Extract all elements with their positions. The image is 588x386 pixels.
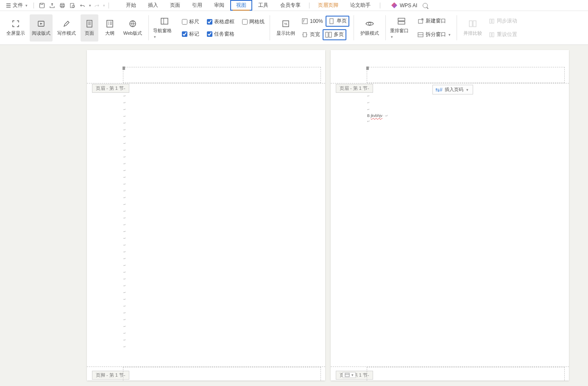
gridlines-checkbox[interactable]: 网格线 xyxy=(241,17,265,26)
svg-rect-18 xyxy=(326,32,328,37)
arrange-window-label: 重排窗口 ▾ xyxy=(390,28,413,39)
ribbon-group-eye: 护眼模式 xyxy=(354,11,385,44)
wps-ai-button[interactable]: WPS AI xyxy=(391,3,417,8)
footer-region[interactable] xyxy=(123,367,321,380)
svg-rect-16 xyxy=(330,19,333,24)
gridlines-label: 网格线 xyxy=(249,18,265,25)
svg-point-20 xyxy=(368,22,371,25)
ribbon-group-compare: 并排比较 同步滚动 重设位置 xyxy=(457,11,523,44)
svg-rect-0 xyxy=(40,3,45,8)
file-menu-label: 文件 xyxy=(13,2,23,9)
svg-marker-8 xyxy=(40,23,42,25)
separator xyxy=(380,3,380,8)
undo-button[interactable] xyxy=(78,1,87,10)
chevron-down-icon: ▾ xyxy=(391,35,393,39)
export-icon xyxy=(49,3,55,8)
menu-icon xyxy=(6,3,11,8)
insert-page-number-button[interactable]: ⇆# 插入页码 ▾ xyxy=(432,85,473,94)
page-view-button[interactable]: 页面 xyxy=(81,14,98,42)
chevron-down-icon: ▾ xyxy=(466,88,468,92)
side-by-side-button: 并排比较 xyxy=(461,14,484,42)
markup-label: 标记 xyxy=(189,31,199,38)
ruler-label: 标尺 xyxy=(189,18,199,25)
new-window-button[interactable]: 新建窗口 xyxy=(415,16,452,27)
preview-button[interactable] xyxy=(68,1,77,10)
eye-mode-button[interactable]: 护眼模式 xyxy=(358,14,381,42)
separator xyxy=(309,3,309,8)
tab-insert[interactable]: 插入 xyxy=(142,0,164,11)
outline-button[interactable]: 大纲 xyxy=(101,14,119,42)
page-number-icon: ⇆# xyxy=(435,87,443,93)
new-window-label: 新建窗口 xyxy=(426,17,446,25)
arrange-window-icon xyxy=(397,17,406,26)
page-width-button[interactable]: 页宽 xyxy=(300,29,322,40)
body-region-dim xyxy=(331,83,569,367)
zoom-100-button[interactable]: 100% xyxy=(300,16,325,27)
arrange-window-button[interactable]: 重排窗口 ▾ xyxy=(390,14,413,42)
tab-view[interactable]: 视图 xyxy=(230,0,252,11)
task-pane-checkbox[interactable]: 任务窗格 xyxy=(206,30,235,39)
svg-rect-28 xyxy=(492,19,494,23)
header-region[interactable] xyxy=(123,67,321,83)
footer-toolbar[interactable]: ▾ xyxy=(343,372,356,378)
single-page-label: 单页 xyxy=(337,17,347,25)
tab-thesis[interactable]: 论文助手 xyxy=(344,0,376,11)
split-window-label: 拆分窗口 xyxy=(426,31,446,38)
svg-rect-23 xyxy=(418,19,423,23)
chevron-down-icon: ▾ xyxy=(154,35,156,39)
markup-checkbox[interactable]: 标记 xyxy=(181,30,200,39)
table-dashed-checkbox[interactable]: 表格虚框 xyxy=(206,17,235,26)
header-region[interactable] xyxy=(367,67,565,83)
ruler-checkbox[interactable]: 标尺 xyxy=(181,17,200,26)
page-1[interactable]: 页眉 - 第 1 节- ↵↵↵↵↵↵↵↵↵↵ ↵↵↵↵↵↵↵↵↵↵ ↵↵↵↵↵↵… xyxy=(87,50,325,380)
redo-icon xyxy=(94,3,100,8)
split-window-button[interactable]: 拆分窗口 ▾ xyxy=(415,29,452,40)
document-canvas[interactable]: 页眉 - 第 1 节- ↵↵↵↵↵↵↵↵↵↵ ↵↵↵↵↵↵↵↵↵↵ ↵↵↵↵↵↵… xyxy=(0,45,588,386)
tab-header-footer[interactable]: 页眉页脚 xyxy=(312,0,344,11)
tab-page[interactable]: 页面 xyxy=(164,0,186,11)
tab-reference[interactable]: 引用 xyxy=(186,0,208,11)
svg-rect-9 xyxy=(87,20,92,27)
search-button[interactable] xyxy=(421,1,430,10)
file-menu[interactable]: 文件 ▾ xyxy=(3,1,30,10)
sync-scroll-label: 同步滚动 xyxy=(497,17,517,25)
tab-member[interactable]: 会员专享 xyxy=(274,0,307,11)
read-mode-button[interactable]: 阅读版式 xyxy=(30,14,53,42)
print-icon xyxy=(59,3,65,8)
svg-rect-31 xyxy=(345,373,349,377)
anchor-icon xyxy=(366,67,369,70)
side-by-side-icon xyxy=(468,19,477,28)
web-view-button[interactable]: Web版式 xyxy=(121,14,144,42)
single-page-button[interactable]: 单页 xyxy=(326,16,349,27)
svg-rect-27 xyxy=(490,19,491,23)
tab-tools[interactable]: 工具 xyxy=(252,0,274,11)
page-2[interactable]: 页眉 - 第 1 节- ⇆# 插入页码 ▾ ↵↵↵ B jkvbhjv · ↵ … xyxy=(331,50,569,380)
print-button[interactable] xyxy=(47,1,57,10)
page-width-icon xyxy=(301,31,308,38)
nav-pane-button[interactable]: 导航窗格 ▾ xyxy=(153,14,176,42)
footer-region[interactable] xyxy=(367,367,565,380)
undo-icon xyxy=(80,3,86,8)
svg-rect-12 xyxy=(161,18,168,24)
print2-button[interactable] xyxy=(58,1,67,10)
separator xyxy=(109,3,109,8)
save-button[interactable] xyxy=(37,1,47,10)
zoom-ratio-label: 显示比例 xyxy=(276,30,295,36)
task-pane-label: 任务窗格 xyxy=(214,31,234,38)
fullscreen-button[interactable]: 全屏显示 xyxy=(4,14,27,42)
reset-pos-button: 重设位置 xyxy=(487,29,519,40)
tab-review[interactable]: 审阅 xyxy=(208,0,230,11)
tab-home[interactable]: 开始 xyxy=(120,0,142,11)
write-mode-button[interactable]: 写作模式 xyxy=(55,14,78,42)
multi-page-icon xyxy=(325,31,332,38)
separator xyxy=(33,3,34,8)
fullscreen-label: 全屏显示 xyxy=(6,30,25,36)
chevron-down-icon[interactable]: ▾ xyxy=(89,3,91,8)
zoom-ratio-button[interactable]: % 显示比例 xyxy=(274,14,297,42)
multi-page-button[interactable]: 多页 xyxy=(323,29,346,40)
split-window-icon xyxy=(417,31,424,38)
web-view-icon xyxy=(128,19,137,28)
svg-rect-15 xyxy=(302,19,307,24)
fullscreen-icon xyxy=(11,19,20,28)
web-view-label: Web版式 xyxy=(123,30,142,36)
